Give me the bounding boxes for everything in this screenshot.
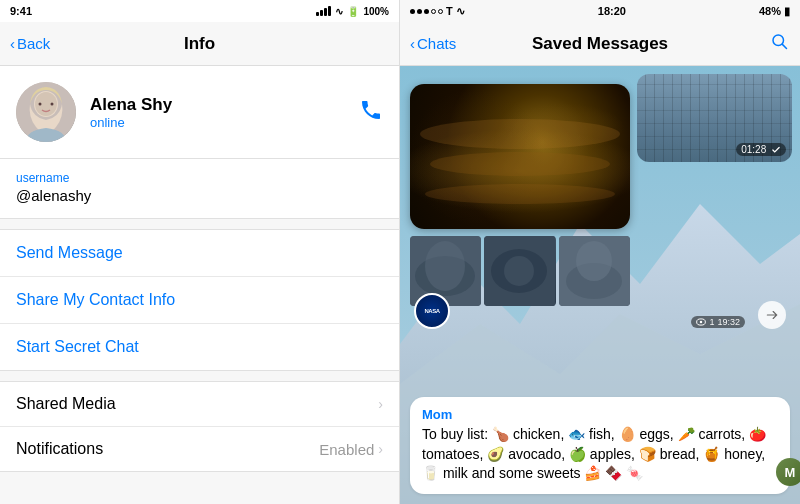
- profile-section: Alena Shy online: [0, 66, 399, 159]
- signal-icon: [316, 6, 331, 16]
- bubble-text: To buy list: 🍗 chicken, 🐟 fish, 🥚 eggs, …: [422, 425, 778, 484]
- shared-media-label: Shared Media: [16, 395, 116, 413]
- chevron-left-icon-2: ‹: [410, 35, 415, 52]
- profile-info: Alena Shy online: [90, 95, 172, 130]
- image-grid: [410, 236, 630, 306]
- profile-left: Alena Shy online: [16, 82, 172, 142]
- username-value: @alenashy: [16, 187, 383, 204]
- notifications-item[interactable]: Notifications Enabled ›: [0, 427, 399, 471]
- chats-back-button[interactable]: ‹ Chats: [410, 35, 456, 52]
- svg-point-10: [420, 119, 620, 149]
- chat-content: 01:28 NASA: [400, 66, 800, 504]
- signal-dots: [410, 9, 443, 14]
- battery-right-icon: ▮: [784, 5, 790, 18]
- chevron-right-icon: ›: [378, 396, 383, 412]
- shared-media-right: ›: [378, 396, 383, 412]
- avatar: [16, 82, 76, 142]
- svg-line-6: [782, 44, 786, 48]
- notifications-label: Notifications: [16, 440, 103, 458]
- search-button[interactable]: [770, 32, 788, 55]
- forward-button[interactable]: [758, 301, 786, 329]
- battery-icon: 🔋: [347, 6, 359, 17]
- right-panel: T ∿ 18:20 48% ▮ ‹ Chats Saved Messages: [400, 0, 800, 504]
- left-status-icons: ∿ 🔋 100%: [316, 6, 389, 17]
- avatar-image: [16, 82, 76, 142]
- actions-section: Send Message Share My Contact Info Start…: [0, 229, 399, 371]
- left-nav-title: Info: [184, 34, 215, 54]
- carrier-label: T: [446, 5, 453, 17]
- profile-status: online: [90, 115, 172, 130]
- right-nav-title: Saved Messages: [532, 34, 668, 54]
- eye-icon: [696, 317, 706, 327]
- svg-point-2: [35, 92, 57, 116]
- right-navbar: ‹ Chats Saved Messages: [400, 22, 800, 66]
- jupiter-image: [410, 84, 630, 229]
- wifi-icon: ∿: [335, 6, 343, 17]
- image-thumb-3: [559, 236, 630, 306]
- left-navbar: ‹ Back Info: [0, 22, 399, 66]
- svg-point-22: [576, 241, 612, 281]
- start-secret-chat-button[interactable]: Start Secret Chat: [0, 324, 399, 370]
- send-message-button[interactable]: Send Message: [0, 230, 399, 277]
- settings-section: Shared Media › Notifications Enabled ›: [0, 381, 399, 472]
- thumb3-svg: [559, 236, 630, 306]
- wifi-right-icon: ∿: [456, 5, 465, 18]
- left-time: 9:41: [10, 5, 32, 17]
- call-button[interactable]: [359, 98, 383, 127]
- forward-icon: [765, 308, 779, 322]
- svg-point-12: [425, 184, 615, 204]
- building-image: 01:28: [637, 74, 792, 162]
- battery-label: 100%: [363, 6, 389, 17]
- svg-point-3: [39, 103, 42, 106]
- username-label: username: [16, 171, 383, 185]
- grid-time-badge: 1 19:32: [691, 316, 745, 328]
- nasa-badge: NASA: [414, 293, 450, 329]
- bubble-sender: Mom: [422, 407, 778, 422]
- back-label: Back: [17, 35, 50, 52]
- notifications-right: Enabled ›: [319, 441, 383, 458]
- shared-media-item[interactable]: Shared Media ›: [0, 382, 399, 427]
- right-time: 18:20: [598, 5, 626, 17]
- profile-name: Alena Shy: [90, 95, 172, 115]
- image-thumb-2: [484, 236, 555, 306]
- right-battery: 48% ▮: [759, 5, 790, 18]
- thumb2-svg: [484, 236, 555, 306]
- notifications-value: Enabled: [319, 441, 374, 458]
- left-panel: 9:41 ∿ 🔋 100% ‹ Back Info: [0, 0, 400, 504]
- svg-point-11: [430, 152, 610, 176]
- left-status-bar: 9:41 ∿ 🔋 100%: [0, 0, 399, 22]
- battery-pct: 48%: [759, 5, 781, 17]
- message-bubble: Mom To buy list: 🍗 chicken, 🐟 fish, 🥚 eg…: [410, 397, 790, 494]
- back-button[interactable]: ‹ Back: [10, 35, 50, 52]
- message-avatar: M: [776, 458, 800, 486]
- svg-point-16: [425, 241, 465, 291]
- right-status-left: T ∿: [410, 5, 465, 18]
- svg-point-19: [504, 256, 534, 286]
- svg-point-24: [700, 321, 703, 324]
- share-contact-button[interactable]: Share My Contact Info: [0, 277, 399, 324]
- chevron-left-icon: ‹: [10, 35, 15, 52]
- jupiter-bands: [410, 84, 630, 229]
- svg-point-4: [51, 103, 54, 106]
- right-status-bar: T ∿ 18:20 48% ▮: [400, 0, 800, 22]
- chats-back-label: Chats: [417, 35, 456, 52]
- building-time-badge: 01:28: [736, 143, 786, 156]
- chevron-right-icon-2: ›: [378, 441, 383, 457]
- username-section: username @alenashy: [0, 159, 399, 219]
